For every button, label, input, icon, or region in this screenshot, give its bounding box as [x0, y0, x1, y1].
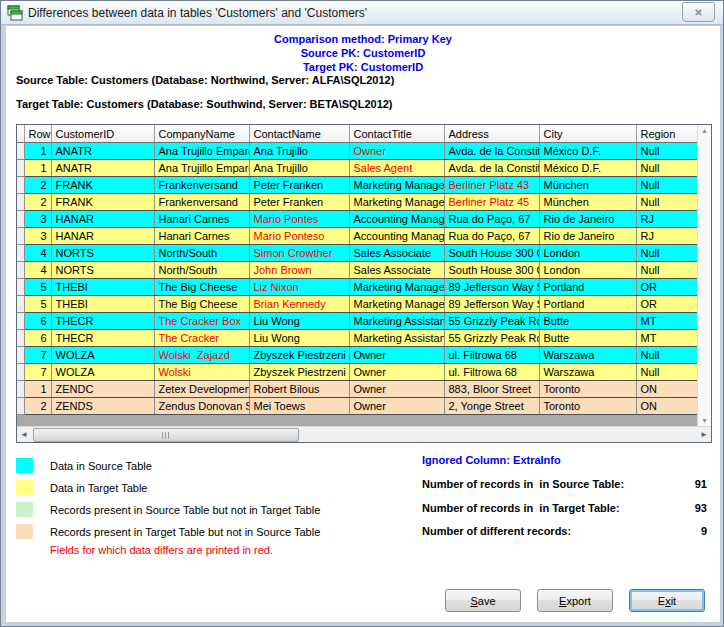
row-indicator-gutter[interactable]	[17, 228, 24, 245]
cell[interactable]: Warszawa	[539, 364, 636, 381]
vertical-scrollbar[interactable]: ▲ ▼	[697, 125, 711, 427]
column-header-city[interactable]: City	[539, 125, 636, 143]
exit-button[interactable]: Exit	[629, 589, 705, 612]
cell[interactable]: HANAR	[51, 228, 154, 245]
horizontal-scrollbar[interactable]: ◄ ►	[17, 426, 711, 442]
cell[interactable]: WOLZA	[51, 364, 154, 381]
row-indicator-gutter[interactable]	[17, 364, 24, 381]
row-indicator-gutter[interactable]	[17, 177, 24, 194]
cell[interactable]: The Big Cheese	[154, 296, 249, 313]
cell[interactable]: Marketing Assistan	[349, 313, 444, 330]
cell[interactable]: THEBI	[51, 279, 154, 296]
row-indicator-gutter[interactable]	[17, 330, 24, 347]
cell[interactable]: North/South	[154, 245, 249, 262]
cell[interactable]: ul. Filtrowa 68	[444, 347, 539, 364]
cell[interactable]: Sales Associate	[349, 245, 444, 262]
cell[interactable]: HANAR	[51, 211, 154, 228]
cell[interactable]: 3	[24, 228, 51, 245]
cell[interactable]: 1	[24, 381, 51, 398]
cell[interactable]: Zendus Donovan S	[154, 398, 249, 415]
cell[interactable]: México D.F.	[539, 160, 636, 177]
cell[interactable]: Owner	[349, 398, 444, 415]
cell[interactable]: FRANK	[51, 177, 154, 194]
cell[interactable]: Liu Wong	[249, 330, 349, 347]
cell[interactable]: Ana Trujillo Empare	[154, 143, 249, 160]
cell[interactable]: The Big Cheese	[154, 279, 249, 296]
cell[interactable]: Owner	[349, 347, 444, 364]
cell[interactable]: NORTS	[51, 245, 154, 262]
column-header-row[interactable]: Row	[24, 125, 51, 143]
cell[interactable]: Toronto	[539, 398, 636, 415]
cell[interactable]: ANATR	[51, 160, 154, 177]
cell[interactable]: THECR	[51, 313, 154, 330]
column-header-region[interactable]: Region	[636, 125, 698, 143]
cell[interactable]: 89 Jefferson Way S	[444, 279, 539, 296]
cell[interactable]: Owner	[349, 364, 444, 381]
cell[interactable]: Brian Kennedy	[249, 296, 349, 313]
cell[interactable]: Mario Ponteso	[249, 228, 349, 245]
cell[interactable]: Owner	[349, 143, 444, 160]
cell[interactable]: South House 300 Q	[444, 262, 539, 279]
cell[interactable]: 55 Grizzly Peak Rd	[444, 313, 539, 330]
cell[interactable]: Portland	[539, 296, 636, 313]
cell[interactable]: Avda. de la Constit	[444, 143, 539, 160]
cell[interactable]: Ana Trujillo Empare	[154, 160, 249, 177]
cell[interactable]: Zbyszek Piestrzeni	[249, 364, 349, 381]
cell[interactable]: Null	[636, 262, 698, 279]
cell[interactable]: Wolski Zajazd	[154, 347, 249, 364]
cell[interactable]: 2	[24, 177, 51, 194]
cell[interactable]: Sales Associate	[349, 262, 444, 279]
cell[interactable]: Null	[636, 347, 698, 364]
cell[interactable]: 1	[24, 160, 51, 177]
cell[interactable]: 6	[24, 313, 51, 330]
cell[interactable]: MT	[636, 313, 698, 330]
cell[interactable]: ul. Filtrowa 68	[444, 364, 539, 381]
cell[interactable]: Rio de Janeiro	[539, 228, 636, 245]
cell[interactable]: 5	[24, 296, 51, 313]
cell[interactable]: RJ	[636, 211, 698, 228]
row-indicator-gutter[interactable]	[17, 143, 24, 160]
cell[interactable]: Accounting Manag	[349, 211, 444, 228]
cell[interactable]: John Brown	[249, 262, 349, 279]
cell[interactable]: Portland	[539, 279, 636, 296]
cell[interactable]: Null	[636, 160, 698, 177]
cell[interactable]: München	[539, 194, 636, 211]
cell[interactable]: München	[539, 177, 636, 194]
cell[interactable]: Ana Trujillo	[249, 160, 349, 177]
cell[interactable]: Mario Pontes	[249, 211, 349, 228]
cell[interactable]: FRANK	[51, 194, 154, 211]
column-header-contactname[interactable]: ContactName	[249, 125, 349, 143]
cell[interactable]: 1	[24, 143, 51, 160]
cell[interactable]: London	[539, 245, 636, 262]
column-header-customerid[interactable]: CustomerID	[51, 125, 154, 143]
row-indicator-gutter[interactable]	[17, 194, 24, 211]
cell[interactable]: Hanari Carnes	[154, 211, 249, 228]
cell[interactable]: Null	[636, 245, 698, 262]
cell[interactable]: Ana Trujillo	[249, 143, 349, 160]
cell[interactable]: Marketing Manage	[349, 194, 444, 211]
cell[interactable]: North/South	[154, 262, 249, 279]
cell[interactable]: South House 300 Q	[444, 245, 539, 262]
row-indicator-gutter[interactable]	[17, 381, 24, 398]
cell[interactable]: Warszawa	[539, 347, 636, 364]
cell[interactable]: 4	[24, 245, 51, 262]
cell[interactable]: Marketing Manage	[349, 177, 444, 194]
cell[interactable]: London	[539, 262, 636, 279]
cell[interactable]: Peter Franken	[249, 177, 349, 194]
cell[interactable]: Null	[636, 194, 698, 211]
row-indicator-gutter[interactable]	[17, 262, 24, 279]
cell[interactable]: Wolski	[154, 364, 249, 381]
cell[interactable]: Mei Toews	[249, 398, 349, 415]
titlebar[interactable]: Differences between data in tables 'Cust…	[1, 1, 723, 25]
cell[interactable]: Null	[636, 177, 698, 194]
cell[interactable]: Null	[636, 364, 698, 381]
cell[interactable]: Berliner Platz 43	[444, 177, 539, 194]
row-indicator-gutter[interactable]	[17, 296, 24, 313]
cell[interactable]: México D.F.	[539, 143, 636, 160]
cell[interactable]: ON	[636, 381, 698, 398]
scrollbar-thumb[interactable]	[33, 428, 299, 442]
cell[interactable]: Liu Wong	[249, 313, 349, 330]
cell[interactable]: Avda. de la Constit	[444, 160, 539, 177]
cell[interactable]: MT	[636, 330, 698, 347]
row-indicator-gutter[interactable]	[17, 313, 24, 330]
